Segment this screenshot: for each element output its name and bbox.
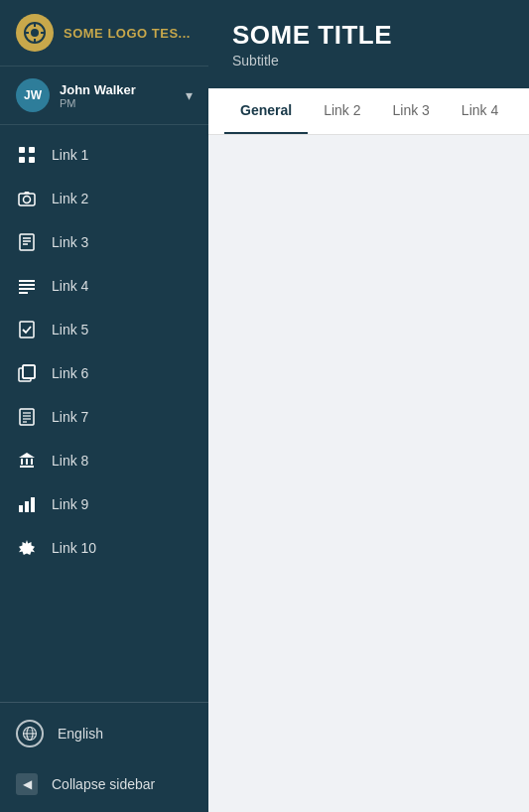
sidebar-item-label: Link 5 <box>52 322 88 338</box>
svg-rect-34 <box>19 505 23 512</box>
svg-rect-31 <box>21 459 23 465</box>
user-info: John Walker PM <box>60 82 176 109</box>
sidebar-item-label: Link 4 <box>52 278 88 294</box>
svg-rect-12 <box>20 234 34 250</box>
sidebar-item-label: Link 1 <box>52 147 88 163</box>
sidebar-item-link5[interactable]: Link 5 <box>0 308 208 351</box>
logo-text: SOME LOGO TES... <box>64 26 191 41</box>
svg-rect-33 <box>31 459 33 465</box>
list-icon <box>16 275 38 297</box>
svg-rect-24 <box>20 409 34 425</box>
check-document-icon <box>16 319 38 340</box>
camera-icon <box>16 188 38 209</box>
sidebar-item-link8[interactable]: Link 8 <box>0 439 208 482</box>
chart-icon <box>16 493 38 515</box>
sidebar-item-label: Link 9 <box>52 496 88 512</box>
globe-icon <box>16 720 44 747</box>
svg-rect-30 <box>20 466 34 468</box>
svg-rect-22 <box>23 365 35 378</box>
svg-rect-20 <box>20 322 34 338</box>
bookmark-icon <box>16 231 38 253</box>
tab-general[interactable]: General <box>224 88 308 134</box>
tab-link2[interactable]: Link 2 <box>308 88 376 134</box>
sidebar-item-label: Link 2 <box>52 191 88 206</box>
svg-point-1 <box>31 29 39 37</box>
page-title: SOME TITLE <box>232 20 506 51</box>
sidebar-item-label: Link 7 <box>52 409 88 425</box>
page-header: SOME TITLE Subtitle <box>208 0 529 88</box>
svg-rect-36 <box>31 497 35 512</box>
avatar: JW <box>16 78 50 112</box>
tab-link3[interactable]: Link 3 <box>377 88 446 134</box>
grid-icon <box>16 144 38 166</box>
copy-icon <box>16 362 38 384</box>
sidebar-item-link6[interactable]: Link 6 <box>0 351 208 395</box>
sidebar-item-label: Link 8 <box>52 453 88 469</box>
receipt-icon <box>16 406 38 428</box>
content-area <box>208 135 529 812</box>
svg-rect-8 <box>19 157 25 163</box>
svg-point-11 <box>24 197 31 203</box>
user-profile[interactable]: JW John Walker PM ▾ <box>0 67 208 125</box>
sidebar-item-link4[interactable]: Link 4 <box>0 264 208 308</box>
svg-rect-32 <box>26 459 28 465</box>
sidebar-bottom: English ◀ Collapse sidebar <box>0 702 208 812</box>
sidebar-item-link1[interactable]: Link 1 <box>0 133 208 177</box>
svg-rect-35 <box>25 501 29 512</box>
language-selector[interactable]: English <box>0 707 208 760</box>
sidebar-item-link10[interactable]: Link 10 <box>0 526 208 570</box>
sidebar-nav: Link 1 Link 2 Link 3 <box>0 125 208 702</box>
bank-icon <box>16 450 38 472</box>
sidebar-item-label: Link 3 <box>52 234 88 250</box>
sidebar-item-link7[interactable]: Link 7 <box>0 395 208 439</box>
svg-rect-9 <box>29 157 35 163</box>
collapse-label: Collapse sidebar <box>52 776 155 792</box>
user-role: PM <box>60 97 176 109</box>
collapse-icon: ◀ <box>16 773 38 795</box>
svg-rect-6 <box>19 147 25 153</box>
sidebar-item-label: Link 10 <box>52 540 96 556</box>
chevron-down-icon: ▾ <box>186 87 193 103</box>
page-subtitle: Subtitle <box>232 53 506 68</box>
svg-rect-7 <box>29 147 35 153</box>
tabs-bar: General Link 2 Link 3 Link 4 <box>208 88 529 135</box>
user-name: John Walker <box>60 82 176 97</box>
sidebar-item-label: Link 6 <box>52 365 88 381</box>
logo-icon <box>16 14 54 52</box>
language-label: English <box>58 726 103 742</box>
sidebar-logo: SOME LOGO TES... <box>0 0 208 67</box>
sidebar-item-link3[interactable]: Link 3 <box>0 220 208 264</box>
collapse-sidebar-button[interactable]: ◀ Collapse sidebar <box>0 760 208 808</box>
gear-icon <box>16 537 38 559</box>
sidebar-item-link2[interactable]: Link 2 <box>0 177 208 220</box>
sidebar: SOME LOGO TES... JW John Walker PM ▾ Lin… <box>0 0 208 812</box>
main-content: SOME TITLE Subtitle General Link 2 Link … <box>208 0 529 812</box>
tab-link4[interactable]: Link 4 <box>446 88 514 134</box>
svg-marker-29 <box>19 453 35 458</box>
sidebar-item-link9[interactable]: Link 9 <box>0 482 208 526</box>
